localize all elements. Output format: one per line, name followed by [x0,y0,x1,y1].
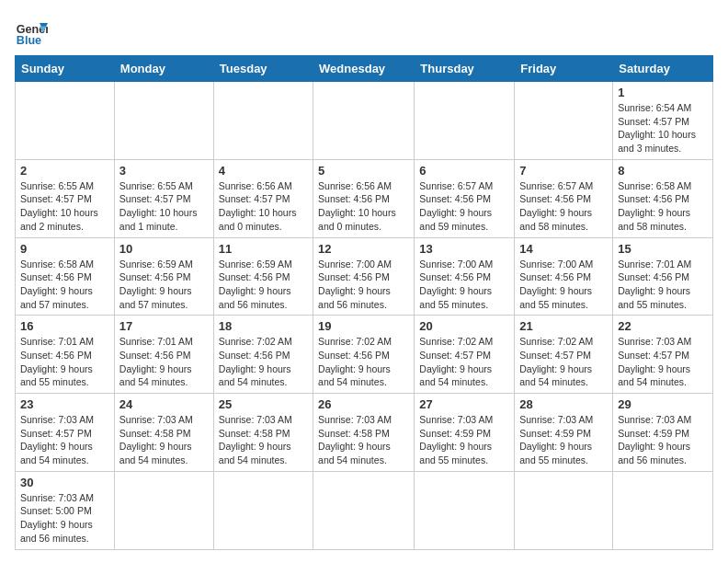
calendar-cell: 16Sunrise: 7:01 AM Sunset: 4:56 PM Dayli… [16,316,115,394]
calendar-cell: 29Sunrise: 7:03 AM Sunset: 4:59 PM Dayli… [613,394,713,472]
day-number: 13 [419,242,509,256]
calendar-cell [313,471,415,549]
calendar-week-row: 9Sunrise: 6:58 AM Sunset: 4:56 PM Daylig… [16,237,713,316]
day-number: 27 [419,397,509,411]
logo: General Blue [15,15,48,48]
calendar-week-row: 2Sunrise: 6:55 AM Sunset: 4:57 PM Daylig… [16,159,713,237]
day-number: 20 [419,319,509,333]
calendar-cell: 24Sunrise: 7:03 AM Sunset: 4:58 PM Dayli… [114,394,213,472]
calendar-cell: 27Sunrise: 7:03 AM Sunset: 4:59 PM Dayli… [415,394,515,472]
column-header-tuesday: Tuesday [213,56,313,82]
day-info: Sunrise: 7:03 AM Sunset: 4:58 PM Dayligh… [119,413,209,467]
day-info: Sunrise: 7:03 AM Sunset: 4:59 PM Dayligh… [419,413,509,467]
calendar-cell [515,82,613,160]
calendar-cell [613,471,713,549]
calendar-cell: 25Sunrise: 7:03 AM Sunset: 4:58 PM Dayli… [213,394,313,472]
calendar-cell [213,471,313,549]
day-info: Sunrise: 6:56 AM Sunset: 4:56 PM Dayligh… [318,179,409,234]
column-header-thursday: Thursday [415,56,515,82]
day-info: Sunrise: 7:03 AM Sunset: 5:00 PM Dayligh… [20,491,109,546]
calendar-cell: 6Sunrise: 6:57 AM Sunset: 4:56 PM Daylig… [415,159,515,237]
svg-text:Blue: Blue [17,34,41,47]
day-info: Sunrise: 7:02 AM Sunset: 4:56 PM Dayligh… [318,335,409,389]
calendar-cell: 5Sunrise: 6:56 AM Sunset: 4:56 PM Daylig… [313,159,415,237]
calendar-cell: 8Sunrise: 6:58 AM Sunset: 4:56 PM Daylig… [613,159,713,237]
column-header-saturday: Saturday [613,56,713,82]
calendar-cell: 4Sunrise: 6:56 AM Sunset: 4:57 PM Daylig… [213,159,313,237]
day-info: Sunrise: 6:57 AM Sunset: 4:56 PM Dayligh… [419,179,509,234]
day-info: Sunrise: 7:03 AM Sunset: 4:58 PM Dayligh… [219,413,308,467]
day-number: 12 [318,242,409,256]
calendar-cell: 19Sunrise: 7:02 AM Sunset: 4:56 PM Dayli… [313,316,415,394]
calendar-cell: 28Sunrise: 7:03 AM Sunset: 4:59 PM Dayli… [515,394,613,472]
calendar-cell: 1Sunrise: 6:54 AM Sunset: 4:57 PM Daylig… [613,82,713,160]
page-header: General Blue [15,15,713,48]
day-number: 24 [119,397,209,411]
day-info: Sunrise: 6:58 AM Sunset: 4:56 PM Dayligh… [618,179,708,234]
day-number: 4 [219,164,308,178]
day-number: 2 [20,164,109,178]
day-number: 30 [20,476,109,489]
calendar-cell: 20Sunrise: 7:02 AM Sunset: 4:57 PM Dayli… [415,316,515,394]
calendar-cell: 12Sunrise: 7:00 AM Sunset: 4:56 PM Dayli… [313,237,415,316]
day-number: 5 [318,164,409,178]
calendar-cell [313,82,415,160]
day-number: 1 [618,86,708,99]
day-number: 28 [519,397,608,411]
calendar-cell: 3Sunrise: 6:55 AM Sunset: 4:57 PM Daylig… [114,159,213,237]
calendar-cell [16,82,115,160]
calendar-table: SundayMondayTuesdayWednesdayThursdayFrid… [15,55,713,550]
column-header-friday: Friday [515,56,613,82]
day-info: Sunrise: 6:59 AM Sunset: 4:56 PM Dayligh… [119,258,209,312]
day-number: 17 [119,319,209,333]
calendar-week-row: 16Sunrise: 7:01 AM Sunset: 4:56 PM Dayli… [16,316,713,394]
calendar-cell [415,471,515,549]
day-number: 7 [519,164,608,178]
day-info: Sunrise: 6:55 AM Sunset: 4:57 PM Dayligh… [20,179,109,234]
day-number: 15 [618,242,708,256]
day-number: 22 [618,319,708,333]
column-header-sunday: Sunday [16,56,115,82]
column-header-monday: Monday [114,56,213,82]
calendar-cell: 18Sunrise: 7:02 AM Sunset: 4:56 PM Dayli… [213,316,313,394]
day-info: Sunrise: 7:02 AM Sunset: 4:56 PM Dayligh… [219,335,308,389]
day-info: Sunrise: 6:59 AM Sunset: 4:56 PM Dayligh… [219,258,308,312]
day-number: 9 [20,242,109,256]
day-info: Sunrise: 7:03 AM Sunset: 4:58 PM Dayligh… [318,413,409,467]
day-info: Sunrise: 7:03 AM Sunset: 4:59 PM Dayligh… [519,413,608,467]
day-number: 14 [519,242,608,256]
day-info: Sunrise: 7:00 AM Sunset: 4:56 PM Dayligh… [419,258,509,312]
calendar-cell [114,82,213,160]
calendar-week-row: 30Sunrise: 7:03 AM Sunset: 5:00 PM Dayli… [16,471,713,549]
calendar-cell: 9Sunrise: 6:58 AM Sunset: 4:56 PM Daylig… [16,237,115,316]
calendar-cell: 17Sunrise: 7:01 AM Sunset: 4:56 PM Dayli… [114,316,213,394]
day-number: 19 [318,319,409,333]
day-info: Sunrise: 6:54 AM Sunset: 4:57 PM Dayligh… [618,101,708,155]
calendar-cell: 15Sunrise: 7:01 AM Sunset: 4:56 PM Dayli… [613,237,713,316]
calendar-cell [114,471,213,549]
calendar-cell: 21Sunrise: 7:02 AM Sunset: 4:57 PM Dayli… [515,316,613,394]
day-info: Sunrise: 7:03 AM Sunset: 4:57 PM Dayligh… [20,413,109,467]
day-info: Sunrise: 7:01 AM Sunset: 4:56 PM Dayligh… [119,335,209,389]
logo-icon: General Blue [15,15,48,48]
day-info: Sunrise: 7:03 AM Sunset: 4:59 PM Dayligh… [618,413,708,467]
day-number: 23 [20,397,109,411]
calendar-cell: 7Sunrise: 6:57 AM Sunset: 4:56 PM Daylig… [515,159,613,237]
calendar-cell: 10Sunrise: 6:59 AM Sunset: 4:56 PM Dayli… [114,237,213,316]
calendar-cell: 13Sunrise: 7:00 AM Sunset: 4:56 PM Dayli… [415,237,515,316]
day-number: 3 [119,164,209,178]
day-number: 29 [618,397,708,411]
calendar-cell: 23Sunrise: 7:03 AM Sunset: 4:57 PM Dayli… [16,394,115,472]
day-info: Sunrise: 6:57 AM Sunset: 4:56 PM Dayligh… [519,179,608,234]
day-info: Sunrise: 7:02 AM Sunset: 4:57 PM Dayligh… [419,335,509,389]
day-info: Sunrise: 7:01 AM Sunset: 4:56 PM Dayligh… [618,258,708,312]
day-info: Sunrise: 7:03 AM Sunset: 4:57 PM Dayligh… [618,335,708,389]
calendar-cell [515,471,613,549]
calendar-cell: 11Sunrise: 6:59 AM Sunset: 4:56 PM Dayli… [213,237,313,316]
day-number: 21 [519,319,608,333]
day-number: 26 [318,397,409,411]
day-number: 16 [20,319,109,333]
day-info: Sunrise: 6:58 AM Sunset: 4:56 PM Dayligh… [20,258,109,312]
calendar-cell: 26Sunrise: 7:03 AM Sunset: 4:58 PM Dayli… [313,394,415,472]
calendar-cell: 22Sunrise: 7:03 AM Sunset: 4:57 PM Dayli… [613,316,713,394]
